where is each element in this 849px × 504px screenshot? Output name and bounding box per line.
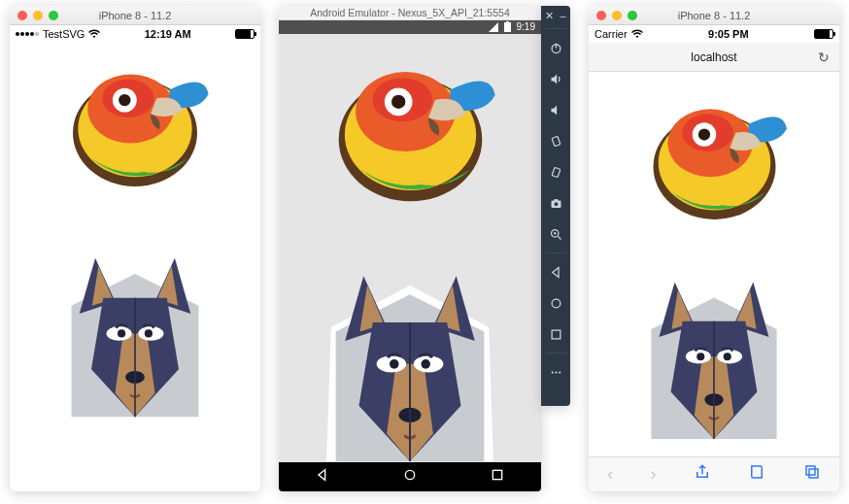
close-button[interactable]: ✕: [545, 10, 554, 22]
more-button[interactable]: [541, 357, 570, 386]
battery-icon: [504, 21, 511, 32]
back-button[interactable]: [315, 467, 330, 487]
android-status-bar: 9:19: [279, 20, 541, 34]
svg-point-21: [390, 359, 399, 369]
svg-rect-32: [554, 199, 558, 201]
url-bar[interactable]: localhost ↻: [589, 43, 839, 72]
rotate-right-button[interactable]: [541, 157, 570, 186]
bookmarks-button[interactable]: [748, 463, 765, 486]
app-content: [279, 34, 541, 462]
reload-icon[interactable]: ↻: [818, 50, 830, 65]
svg-point-24: [405, 470, 414, 479]
parrot-illustration: [48, 47, 222, 202]
window-title[interactable]: Android Emulator - Nexus_5X_API_21:5554: [279, 6, 541, 20]
android-nav-bar: [279, 462, 541, 491]
svg-point-31: [554, 202, 558, 206]
svg-rect-12: [506, 21, 509, 22]
home-button[interactable]: [541, 288, 570, 318]
iphone-safari-window: iPhone 8 - 11.2 Carrier 9:05 PM localhos…: [589, 6, 839, 491]
battery-icon: [814, 29, 833, 39]
volume-down-button[interactable]: [541, 95, 570, 124]
close-icon[interactable]: [17, 11, 27, 20]
svg-point-22: [421, 359, 430, 369]
doberman-illustration: [627, 235, 801, 439]
back-button[interactable]: [541, 257, 570, 286]
ios-status-bar: TestSVG 12:19 AM: [10, 25, 260, 43]
svg-rect-38: [552, 330, 560, 339]
screenshot-button[interactable]: [541, 188, 570, 218]
svg-point-5: [119, 94, 130, 106]
svg-point-39: [551, 371, 553, 373]
doberman-illustration: [308, 219, 512, 462]
svg-point-47: [697, 128, 709, 140]
svg-point-41: [559, 371, 560, 373]
ios-simulator-window: iPhone 8 - 11.2 TestSVG 12:19 AM: [10, 6, 260, 491]
app-name: TestSVG: [43, 28, 85, 40]
app-content: [10, 43, 260, 491]
safari-toolbar: ‹ ›: [589, 456, 839, 491]
status-time: 9:05 PM: [708, 28, 749, 40]
signal-icon: [489, 22, 498, 32]
volume-up-button[interactable]: [541, 64, 570, 93]
svg-rect-28: [552, 136, 560, 146]
svg-rect-11: [504, 22, 511, 32]
svg-point-9: [145, 329, 153, 337]
svg-line-34: [558, 236, 560, 239]
zoom-button[interactable]: [541, 219, 570, 249]
doberman-illustration: [48, 202, 222, 425]
parrot-illustration: [308, 40, 512, 219]
parrot-illustration: [627, 82, 801, 235]
separator: [546, 28, 566, 29]
signal-icon: [16, 32, 39, 36]
emulator-toolbar: ✕ –: [541, 6, 570, 406]
page-content: [589, 72, 839, 456]
svg-point-8: [118, 329, 125, 337]
zoom-icon[interactable]: [628, 11, 637, 20]
overview-button[interactable]: [490, 467, 505, 487]
minimize-button[interactable]: –: [560, 10, 565, 22]
wifi-icon: [631, 29, 643, 39]
separator: [546, 353, 566, 353]
android-emulator-group: Android Emulator - Nexus_5X_API_21:5554 …: [279, 6, 570, 491]
battery-icon: [235, 29, 255, 39]
svg-point-37: [552, 299, 560, 308]
svg-point-51: [724, 353, 731, 360]
forward-button[interactable]: ›: [651, 464, 657, 485]
back-button[interactable]: ‹: [607, 464, 613, 485]
close-icon[interactable]: [596, 11, 606, 20]
mac-titlebar[interactable]: iPhone 8 - 11.2: [589, 6, 839, 25]
wifi-icon: [88, 29, 100, 39]
svg-rect-29: [552, 167, 560, 177]
overview-button[interactable]: [541, 319, 570, 349]
home-button[interactable]: [402, 467, 418, 487]
svg-rect-53: [806, 466, 815, 475]
separator: [546, 252, 566, 253]
mac-titlebar[interactable]: iPhone 8 - 11.2: [10, 6, 260, 25]
ios-status-bar: Carrier 9:05 PM: [589, 25, 839, 43]
power-button[interactable]: [541, 33, 570, 62]
status-time: 12:19 AM: [145, 28, 191, 40]
svg-point-50: [696, 353, 704, 360]
url-text: localhost: [691, 50, 736, 64]
status-time: 9:19: [517, 21, 535, 32]
svg-rect-25: [492, 470, 501, 479]
svg-rect-54: [809, 469, 818, 478]
svg-point-18: [391, 94, 405, 108]
tabs-button[interactable]: [803, 463, 821, 486]
minimize-icon[interactable]: [612, 11, 622, 20]
zoom-icon[interactable]: [49, 11, 58, 20]
share-button[interactable]: [694, 463, 711, 486]
carrier-label: Carrier: [594, 28, 628, 40]
minimize-icon[interactable]: [33, 11, 43, 20]
rotate-left-button[interactable]: [541, 126, 570, 155]
svg-point-40: [555, 371, 557, 373]
android-emulator-window: Android Emulator - Nexus_5X_API_21:5554 …: [279, 6, 541, 491]
